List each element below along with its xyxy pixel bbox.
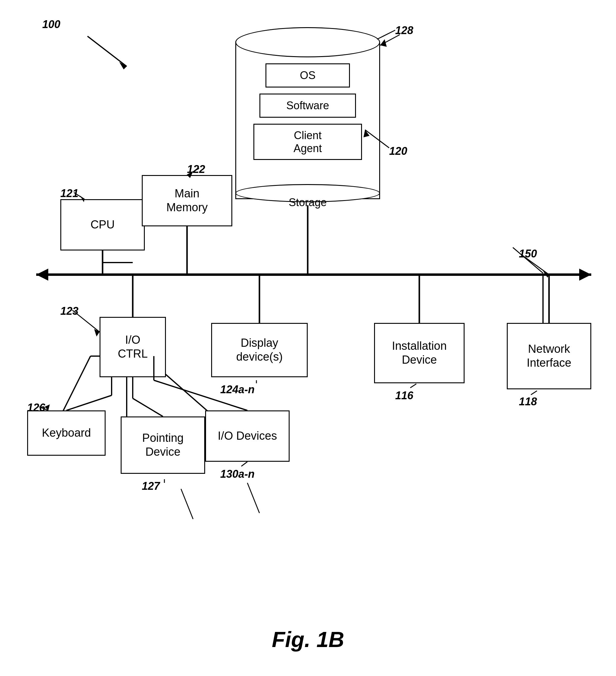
software-box: Software xyxy=(259,94,356,118)
svg-marker-40 xyxy=(380,39,387,47)
svg-marker-3 xyxy=(36,269,48,281)
display-device-box: Displaydevice(s) xyxy=(211,323,308,377)
io-ctrl-box: I/OCTRL xyxy=(100,317,166,377)
keyboard-box: Keyboard xyxy=(27,410,106,456)
svg-marker-48 xyxy=(45,404,50,410)
svg-line-0 xyxy=(87,36,127,66)
network-interface-box: NetworkInterface xyxy=(507,323,591,389)
ref-128: 128 xyxy=(395,24,413,37)
figure-caption: Fig. 1B xyxy=(0,627,616,652)
svg-line-22 xyxy=(247,483,259,513)
ref-130an: 130a-n xyxy=(220,468,255,481)
cpu-box: CPU xyxy=(60,199,145,250)
ref-100: 100 xyxy=(42,18,60,31)
ref-121: 121 xyxy=(60,187,78,200)
svg-line-52 xyxy=(531,391,537,395)
svg-line-35 xyxy=(133,398,163,416)
svg-marker-4 xyxy=(579,269,591,281)
svg-line-51 xyxy=(410,384,416,388)
svg-line-33 xyxy=(66,395,112,410)
ref-127: 127 xyxy=(142,480,160,493)
ref-118: 118 xyxy=(519,395,537,408)
ref-116: 116 xyxy=(395,389,413,402)
client-agent-box: ClientAgent xyxy=(253,124,362,160)
ref-120: 120 xyxy=(389,145,407,158)
svg-marker-1 xyxy=(119,62,127,69)
ref-126: 126 xyxy=(27,401,45,414)
storage-cylinder: OS Software ClientAgent Storage xyxy=(235,27,380,211)
diagram-container: 100 OS Software ClientAgent Storage 128 … xyxy=(0,0,616,676)
main-memory-box: MainMemory xyxy=(142,175,232,226)
installation-device-box: InstallationDevice xyxy=(374,323,465,383)
storage-label: Storage xyxy=(235,196,380,209)
os-box: OS xyxy=(265,63,350,88)
svg-marker-44 xyxy=(543,271,549,278)
ref-124an: 124a-n xyxy=(220,383,255,396)
svg-marker-46 xyxy=(94,329,100,337)
svg-line-16 xyxy=(60,356,90,416)
pointing-device-box: PointingDevice xyxy=(121,416,205,474)
io-devices-box: I/O Devices xyxy=(205,410,290,462)
ref-122: 122 xyxy=(187,163,205,176)
ref-123: 123 xyxy=(60,305,78,318)
svg-line-53 xyxy=(241,462,247,466)
ref-150: 150 xyxy=(519,247,537,260)
svg-line-21 xyxy=(181,489,193,519)
